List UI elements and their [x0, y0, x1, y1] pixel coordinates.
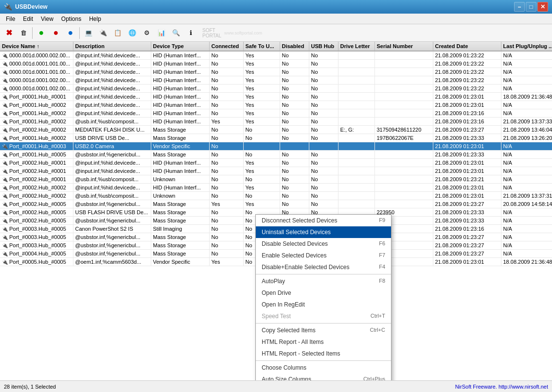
table-cell: No — [280, 126, 309, 134]
col-drive-letter[interactable]: Drive Letter — [338, 42, 374, 51]
device-icon: 🔌 — [2, 102, 8, 108]
table-row[interactable]: 🔌Port_#0002.Hub_#0002@usb.inf,%usb\compo… — [0, 192, 552, 200]
context-menu-item[interactable]: AutoPlayF8 — [256, 275, 391, 287]
table-cell: No — [309, 200, 338, 208]
table-row[interactable]: 🔌Port_#0002.Hub_#0001@usb.inf,%usb\compo… — [0, 175, 552, 184]
col-description[interactable]: Description — [73, 42, 151, 51]
menu-options[interactable]: Options — [57, 14, 85, 24]
table-cell: 🔌Port_#0002.Hub_#0001 — [0, 175, 73, 184]
col-device-name[interactable]: Device Name ↑ — [0, 42, 73, 51]
menu-view[interactable]: View — [37, 14, 57, 24]
context-menu-item[interactable]: Copy Selected ItemsCtrl+C — [256, 324, 391, 336]
col-last-plug[interactable]: Last Plug/Unplug ... — [501, 42, 552, 51]
toolbar-delete-x[interactable]: ✖ — [2, 26, 16, 40]
device-icon: 🔌 — [2, 94, 8, 100]
table-cell: No — [209, 159, 243, 167]
col-device-type[interactable]: Device Type — [151, 42, 209, 51]
toolbar-icon2[interactable]: 🔌 — [96, 26, 110, 40]
table-cell — [338, 151, 374, 159]
table-row[interactable]: 🔌Port_#0001.Hub_#0005@usbstor.inf,%gener… — [0, 151, 552, 159]
context-menu-item[interactable]: Uninstall Selected Devices — [256, 226, 391, 238]
table-row[interactable]: 🔌Port_#0001.Hub_#0003USB2.0 CameraVendor… — [0, 142, 552, 151]
table-cell: @usb.inf,%usb\composit... — [73, 118, 151, 126]
context-menu-item[interactable]: Open Drive — [256, 287, 391, 299]
context-menu-item[interactable]: Disable+Enable Selected DevicesF4 — [256, 261, 391, 273]
toolbar-green[interactable]: ● — [35, 26, 48, 40]
context-menu-item[interactable]: Open In RegEdit — [256, 299, 391, 310]
status-bar: 28 item(s), 1 Selected NirSoft Freeware.… — [0, 380, 552, 392]
table-row[interactable]: 🔌0000.001d.0000.002.00...@input.inf,%hid… — [0, 51, 552, 60]
context-menu-item[interactable]: Speed TestCtrl+T — [256, 310, 391, 322]
context-menu-label: Auto Size Columns — [262, 376, 311, 380]
toolbar-delete[interactable]: 🗑 — [17, 26, 30, 40]
close-button[interactable]: ✕ — [537, 2, 548, 12]
col-safe-to-unplug[interactable]: Safe To U... — [243, 42, 280, 51]
table-cell: 317509428611220 — [374, 126, 433, 134]
context-menu-item[interactable]: Enable Selected DevicesF7 — [256, 250, 391, 261]
table-row[interactable]: 🔌0000.001d.0001.002.00...@input.inf,%hid… — [0, 85, 552, 93]
table-cell: @input.inf,%hid.devicede... — [73, 76, 151, 85]
table-cell: Mass Storage — [151, 241, 209, 250]
toolbar-icon1[interactable]: 💻 — [82, 26, 95, 40]
table-cell: 21.08.2009 01:23:27 — [433, 233, 501, 241]
toolbar-icon3[interactable]: 📋 — [111, 26, 125, 40]
toolbar-icon4[interactable]: 🌐 — [125, 26, 139, 40]
table-cell: N/A — [501, 85, 552, 93]
context-menu-item[interactable]: Choose Columns — [256, 362, 391, 374]
table-row[interactable]: 🔌0000.001d.0001.001.00...@input.inf,%hid… — [0, 68, 552, 76]
toolbar-icon7[interactable]: 🔍 — [169, 26, 183, 40]
table-cell: No — [209, 93, 243, 101]
device-table-container[interactable]: Device Name ↑ Description Device Type Co… — [0, 42, 552, 380]
device-icon: 🔌 — [2, 259, 8, 265]
table-cell: N/A — [501, 101, 552, 109]
table-row[interactable]: 🔌Port_#0001.Hub_#0002@input.inf,%hid.dev… — [0, 109, 552, 118]
toolbar-icon8[interactable]: ℹ — [184, 26, 197, 40]
context-menu-separator — [256, 360, 391, 361]
table-cell — [338, 200, 374, 208]
table-row[interactable]: 🔌Port_#0001.Hub_#0002USB DRIVE USB De...… — [0, 134, 552, 142]
table-cell: 🔌Port_#0001.Hub_#0003 — [0, 142, 73, 151]
table-cell: N/A — [501, 184, 552, 192]
table-cell: N/A — [501, 68, 552, 76]
context-menu-separator — [256, 323, 391, 324]
table-cell: No — [280, 192, 309, 200]
menu-help[interactable]: Help — [85, 14, 105, 24]
status-nirsoft[interactable]: NirSoft Freeware. http://www.nirsoft.net — [455, 384, 548, 390]
table-row[interactable]: 🔌Port_#0002.Hub_#0002@input.inf,%hid.dev… — [0, 184, 552, 192]
menu-edit[interactable]: Edit — [19, 14, 37, 24]
table-row[interactable]: 🔌Port_#0001.Hub_#0001@input.inf,%hid.dev… — [0, 93, 552, 101]
minimize-button[interactable]: – — [514, 2, 525, 12]
table-cell: 🔌Port_#0001.Hub_#0002 — [0, 101, 73, 109]
table-row[interactable]: 🔌Port_#0001.Hub_#0002@usb.inf,%usb\compo… — [0, 118, 552, 126]
col-serial-number[interactable]: Serial Number — [374, 42, 433, 51]
table-cell: Mass Storage — [151, 126, 209, 134]
context-menu-item[interactable]: HTML Report - Selected Items — [256, 348, 391, 359]
table-row[interactable]: 🔌Port_#0002.Hub_#0002MEDIATEK FLASH DISK… — [0, 126, 552, 134]
col-created-date[interactable]: Created Date — [433, 42, 501, 51]
toolbar-icon5[interactable]: ⚙ — [140, 26, 154, 40]
context-menu-label: Disable+Enable Selected Devices — [262, 264, 349, 271]
table-row[interactable]: 🔌Port_#0002.Hub_#0001@input.inf,%hid.dev… — [0, 159, 552, 167]
toolbar-blue[interactable]: ● — [64, 26, 77, 40]
table-row[interactable]: 🔌0000.001d.0001.002.00...@input.inf,%hid… — [0, 76, 552, 85]
table-row[interactable]: 🔌Port_#0002.Hub_#0001@input.inf,%hid.dev… — [0, 167, 552, 175]
col-usb-hub[interactable]: USB Hub — [309, 42, 338, 51]
table-row[interactable]: 🔌Port_#0002.Hub_#0005@usbstor.inf,%gener… — [0, 200, 552, 208]
menu-file[interactable]: File — [2, 14, 19, 24]
maximize-button[interactable]: □ — [526, 2, 536, 12]
context-menu-item[interactable]: HTML Report - All Items — [256, 336, 391, 348]
table-row[interactable]: 🔌Port_#0001.Hub_#0002@input.inf,%hid.dev… — [0, 101, 552, 109]
context-menu-item[interactable]: Auto Size ColumnsCtrl+Plus — [256, 374, 391, 380]
col-connected[interactable]: Connected — [209, 42, 243, 51]
table-cell: N/A — [501, 208, 552, 217]
context-menu-item[interactable]: Disable Selected DevicesF6 — [256, 238, 391, 250]
table-row[interactable]: 🔌0000.001d.0001.001.00...@input.inf,%hid… — [0, 60, 552, 68]
table-cell: Mass Storage — [151, 208, 209, 217]
table-cell: 21.08.2009 01:23:27 — [433, 126, 501, 134]
toolbar-icon6[interactable]: 📊 — [155, 26, 168, 40]
toolbar-red[interactable]: ● — [49, 26, 63, 40]
device-icon: 🔌 — [2, 119, 8, 124]
context-menu-item[interactable]: Disconnect Selected DevicesF9 — [256, 215, 391, 226]
table-cell: N/A — [501, 60, 552, 68]
col-disabled[interactable]: Disabled — [280, 42, 309, 51]
